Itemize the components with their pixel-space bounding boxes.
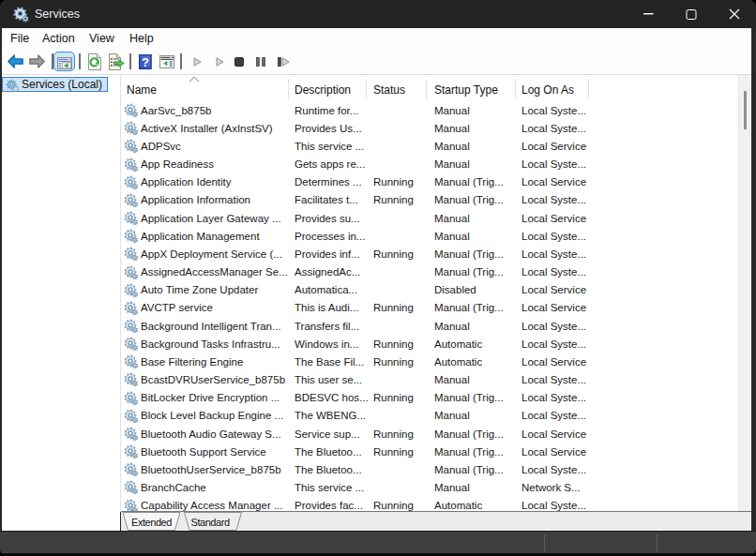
- svg-text:Extended: Extended: [131, 517, 172, 528]
- svg-text:?: ?: [142, 55, 149, 69]
- svg-text:Standard: Standard: [191, 517, 230, 528]
